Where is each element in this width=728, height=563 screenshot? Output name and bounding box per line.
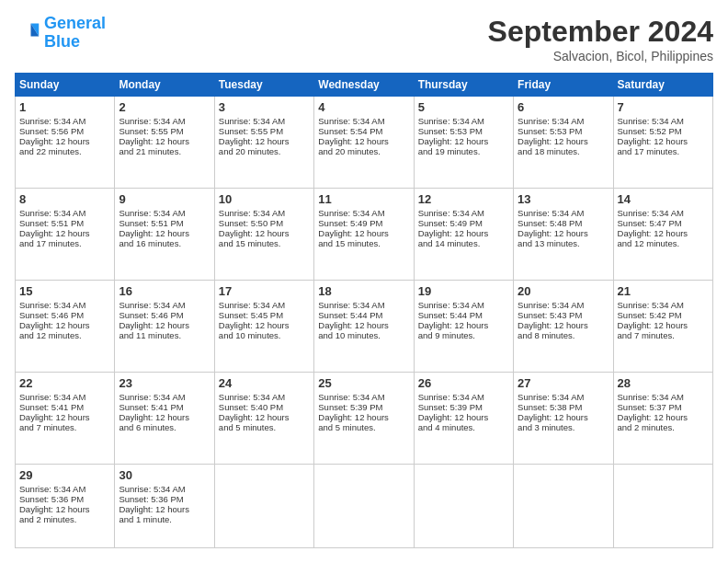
table-row: 25Sunrise: 5:34 AMSunset: 5:39 PMDayligh… [314,373,414,465]
calendar-table: Sunday Monday Tuesday Wednesday Thursday… [15,73,713,548]
day-number: 1 [19,100,110,114]
day-number: 14 [618,192,709,206]
day-number: 27 [518,376,609,390]
logo-line1: General [44,14,106,32]
day-number: 26 [418,376,509,390]
day-number: 15 [19,284,110,298]
day-info: Sunrise: 5:34 AMSunset: 5:47 PMDaylight:… [618,208,688,248]
day-info: Sunrise: 5:34 AMSunset: 5:49 PMDaylight:… [318,208,389,248]
table-row: 12Sunrise: 5:34 AMSunset: 5:49 PMDayligh… [414,189,513,281]
day-number: 18 [318,284,409,298]
day-info: Sunrise: 5:34 AMSunset: 5:45 PMDaylight:… [219,300,290,340]
calendar-week-row: 29Sunrise: 5:34 AMSunset: 5:36 PMDayligh… [16,465,713,548]
table-row: 8Sunrise: 5:34 AMSunset: 5:51 PMDaylight… [16,189,115,281]
day-number: 5 [418,100,509,114]
table-row [314,465,414,548]
day-info: Sunrise: 5:34 AMSunset: 5:42 PMDaylight:… [618,300,688,340]
location: Salvacion, Bicol, Philippines [488,49,713,63]
page: General Blue September 2024 Salvacion, B… [0,0,728,563]
table-row: 19Sunrise: 5:34 AMSunset: 5:44 PMDayligh… [414,281,513,373]
day-info: Sunrise: 5:34 AMSunset: 5:55 PMDaylight:… [219,116,290,156]
calendar-week-row: 1Sunrise: 5:34 AMSunset: 5:56 PMDaylight… [16,97,713,189]
table-row: 5Sunrise: 5:34 AMSunset: 5:53 PMDaylight… [414,97,513,189]
day-number: 23 [119,376,210,390]
day-info: Sunrise: 5:34 AMSunset: 5:53 PMDaylight:… [518,116,588,156]
day-info: Sunrise: 5:34 AMSunset: 5:39 PMDaylight:… [318,392,389,432]
day-info: Sunrise: 5:34 AMSunset: 5:55 PMDaylight:… [119,116,189,156]
day-info: Sunrise: 5:34 AMSunset: 5:51 PMDaylight:… [119,208,189,248]
day-info: Sunrise: 5:34 AMSunset: 5:54 PMDaylight:… [318,116,389,156]
day-info: Sunrise: 5:34 AMSunset: 5:46 PMDaylight:… [119,300,189,340]
title-area: September 2024 Salvacion, Bicol, Philipp… [488,15,713,63]
day-info: Sunrise: 5:34 AMSunset: 5:36 PMDaylight:… [19,484,90,524]
day-number: 3 [219,100,310,114]
day-info: Sunrise: 5:34 AMSunset: 5:44 PMDaylight:… [318,300,389,340]
day-info: Sunrise: 5:34 AMSunset: 5:48 PMDaylight:… [518,208,588,248]
day-number: 24 [219,376,310,390]
calendar-week-row: 8Sunrise: 5:34 AMSunset: 5:51 PMDaylight… [16,189,713,281]
day-info: Sunrise: 5:34 AMSunset: 5:52 PMDaylight:… [618,116,688,156]
col-tuesday: Tuesday [214,74,313,97]
day-number: 13 [518,192,609,206]
calendar-week-row: 15Sunrise: 5:34 AMSunset: 5:46 PMDayligh… [16,281,713,373]
day-info: Sunrise: 5:34 AMSunset: 5:41 PMDaylight:… [119,392,189,432]
day-info: Sunrise: 5:34 AMSunset: 5:43 PMDaylight:… [518,300,588,340]
day-number: 30 [119,468,210,482]
logo-line2: Blue [44,33,106,52]
table-row: 2Sunrise: 5:34 AMSunset: 5:55 PMDaylight… [115,97,214,189]
table-row: 28Sunrise: 5:34 AMSunset: 5:37 PMDayligh… [613,373,712,465]
table-row: 21Sunrise: 5:34 AMSunset: 5:42 PMDayligh… [613,281,712,373]
day-info: Sunrise: 5:34 AMSunset: 5:41 PMDaylight:… [19,392,90,432]
day-number: 11 [318,192,409,206]
table-row: 4Sunrise: 5:34 AMSunset: 5:54 PMDaylight… [314,97,414,189]
table-row: 13Sunrise: 5:34 AMSunset: 5:48 PMDayligh… [514,189,613,281]
logo-icon [15,20,40,46]
day-number: 19 [418,284,509,298]
day-info: Sunrise: 5:34 AMSunset: 5:44 PMDaylight:… [418,300,489,340]
day-number: 20 [518,284,609,298]
day-info: Sunrise: 5:34 AMSunset: 5:36 PMDaylight:… [119,484,189,524]
day-info: Sunrise: 5:34 AMSunset: 5:49 PMDaylight:… [418,208,489,248]
day-info: Sunrise: 5:34 AMSunset: 5:56 PMDaylight:… [19,116,90,156]
day-number: 21 [618,284,709,298]
day-number: 28 [618,376,709,390]
table-row [514,465,613,548]
table-row [613,465,712,548]
table-row: 20Sunrise: 5:34 AMSunset: 5:43 PMDayligh… [514,281,613,373]
day-number: 6 [518,100,609,114]
day-number: 12 [418,192,509,206]
calendar-header-row: Sunday Monday Tuesday Wednesday Thursday… [16,74,713,97]
day-info: Sunrise: 5:34 AMSunset: 5:37 PMDaylight:… [618,392,688,432]
col-monday: Monday [115,74,214,97]
col-saturday: Saturday [613,74,712,97]
table-row: 18Sunrise: 5:34 AMSunset: 5:44 PMDayligh… [314,281,414,373]
day-info: Sunrise: 5:34 AMSunset: 5:46 PMDaylight:… [19,300,90,340]
table-row: 14Sunrise: 5:34 AMSunset: 5:47 PMDayligh… [613,189,712,281]
table-row: 30Sunrise: 5:34 AMSunset: 5:36 PMDayligh… [115,465,214,548]
table-row: 15Sunrise: 5:34 AMSunset: 5:46 PMDayligh… [16,281,115,373]
table-row [214,465,313,548]
day-info: Sunrise: 5:34 AMSunset: 5:38 PMDaylight:… [518,392,588,432]
table-row: 11Sunrise: 5:34 AMSunset: 5:49 PMDayligh… [314,189,414,281]
day-number: 16 [119,284,210,298]
header: General Blue September 2024 Salvacion, B… [15,15,713,63]
table-row: 29Sunrise: 5:34 AMSunset: 5:36 PMDayligh… [16,465,115,548]
table-row: 9Sunrise: 5:34 AMSunset: 5:51 PMDaylight… [115,189,214,281]
logo: General Blue [15,15,106,52]
day-number: 10 [219,192,310,206]
table-row: 7Sunrise: 5:34 AMSunset: 5:52 PMDaylight… [613,97,712,189]
day-info: Sunrise: 5:34 AMSunset: 5:51 PMDaylight:… [19,208,90,248]
day-info: Sunrise: 5:34 AMSunset: 5:39 PMDaylight:… [418,392,489,432]
day-number: 25 [318,376,409,390]
day-number: 7 [618,100,709,114]
month-title: September 2024 [488,15,713,49]
day-number: 2 [119,100,210,114]
day-number: 22 [19,376,110,390]
day-info: Sunrise: 5:34 AMSunset: 5:50 PMDaylight:… [219,208,290,248]
table-row: 3Sunrise: 5:34 AMSunset: 5:55 PMDaylight… [214,97,313,189]
table-row [414,465,513,548]
table-row: 23Sunrise: 5:34 AMSunset: 5:41 PMDayligh… [115,373,214,465]
calendar-week-row: 22Sunrise: 5:34 AMSunset: 5:41 PMDayligh… [16,373,713,465]
day-number: 17 [219,284,310,298]
col-thursday: Thursday [414,74,513,97]
